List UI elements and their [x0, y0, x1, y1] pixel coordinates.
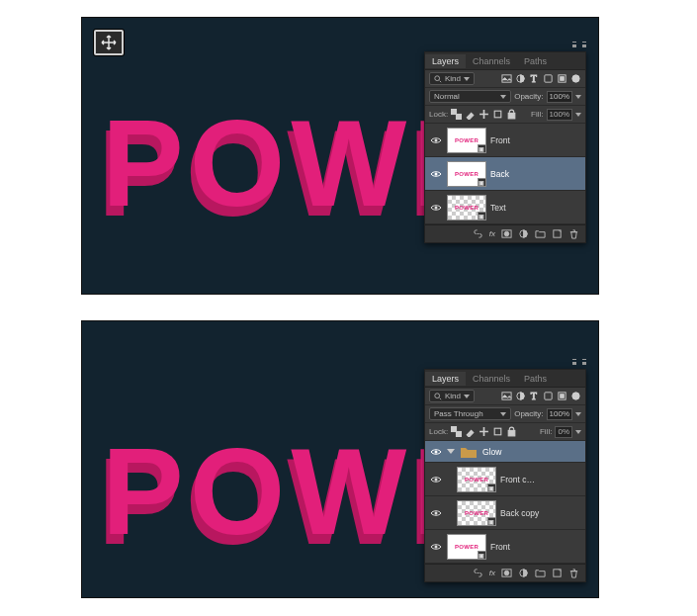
panel-flyout-buttons — [572, 42, 586, 47]
mask-icon[interactable] — [501, 568, 512, 578]
svg-rect-27 — [451, 426, 457, 432]
chevron-down-icon[interactable] — [575, 113, 581, 117]
link-layers-icon[interactable] — [473, 228, 483, 239]
layer-name[interactable]: Back — [490, 169, 581, 179]
tab-channels[interactable]: Channels — [466, 372, 517, 386]
lock-position-icon[interactable] — [479, 426, 489, 437]
svg-text:T: T — [531, 391, 537, 401]
layer-row[interactable]: POWER▣ Front c… — [425, 463, 585, 496]
smart-object-badge-icon: ▣ — [478, 144, 486, 153]
mask-icon[interactable] — [501, 228, 512, 239]
layer-row[interactable]: POWER▣ Back — [425, 157, 585, 191]
lock-row: Lock: Fill: 0% — [425, 423, 585, 441]
trash-icon[interactable] — [568, 228, 579, 239]
panel-menu-icon[interactable] — [582, 42, 586, 47]
layer-name[interactable]: Front — [490, 135, 581, 145]
collapse-panel-icon[interactable] — [572, 42, 576, 47]
filter-type-icon[interactable]: T — [529, 391, 540, 401]
lock-all-icon[interactable] — [506, 109, 517, 120]
filter-adjust-icon[interactable] — [515, 391, 526, 401]
tab-paths[interactable]: Paths — [517, 54, 554, 68]
filter-kind-dropdown[interactable]: Kind — [429, 390, 475, 402]
layer-row[interactable]: POWER▣ Front — [425, 124, 585, 157]
fx-icon[interactable]: fx — [489, 229, 495, 238]
chevron-down-icon[interactable] — [575, 430, 581, 434]
svg-rect-25 — [561, 395, 565, 398]
layer-name[interactable]: Back copy — [500, 508, 581, 518]
lock-paint-icon[interactable] — [465, 109, 476, 120]
smart-object-badge-icon: ▣ — [478, 212, 486, 220]
layer-thumbnail: POWER▣ — [447, 195, 486, 220]
filter-adjust-icon[interactable] — [515, 73, 526, 84]
fill-input[interactable]: 100% — [547, 109, 572, 121]
blend-mode-dropdown[interactable]: Normal — [429, 90, 511, 103]
smart-object-badge-icon: ▣ — [478, 551, 486, 560]
filter-toggle-icon[interactable] — [570, 391, 581, 401]
chevron-down-icon[interactable] — [575, 412, 581, 416]
adjustment-icon[interactable] — [518, 568, 529, 578]
visibility-eye-icon[interactable] — [429, 133, 443, 147]
lock-artboard-icon[interactable] — [492, 109, 503, 120]
new-layer-icon[interactable] — [552, 228, 563, 239]
group-icon[interactable] — [535, 228, 546, 239]
visibility-eye-icon[interactable] — [429, 473, 443, 486]
new-layer-icon[interactable] — [552, 568, 563, 578]
svg-rect-8 — [451, 109, 457, 115]
filter-smart-icon[interactable] — [557, 391, 567, 401]
layers-panel: Layers Channels Paths Kind T Pass Throug… — [424, 369, 586, 582]
svg-rect-4 — [545, 75, 552, 82]
layer-row[interactable]: POWER▣ Front — [425, 530, 585, 564]
fx-icon[interactable]: fx — [489, 569, 495, 577]
layer-name[interactable]: Front c… — [500, 475, 581, 484]
opacity-input[interactable]: 100% — [547, 91, 572, 103]
chevron-down-icon — [464, 77, 470, 81]
tab-layers[interactable]: Layers — [425, 54, 466, 68]
tab-paths[interactable]: Paths — [517, 372, 554, 386]
fill-input[interactable]: 0% — [555, 426, 572, 438]
filter-smart-icon[interactable] — [557, 73, 567, 84]
lock-paint-icon[interactable] — [465, 426, 476, 437]
blend-mode-dropdown[interactable]: Pass Through — [429, 407, 511, 420]
collapse-panel-icon[interactable] — [572, 359, 576, 365]
trash-icon[interactable] — [568, 568, 579, 578]
filter-shape-icon[interactable] — [543, 73, 554, 84]
adjustment-icon[interactable] — [518, 228, 529, 239]
filter-kind-label: Kind — [445, 74, 461, 83]
filter-kind-dropdown[interactable]: Kind — [429, 72, 475, 85]
filter-image-icon[interactable] — [501, 73, 512, 84]
svg-point-26 — [572, 393, 579, 399]
blend-row: Normal Opacity: 100% — [425, 88, 585, 106]
expand-caret-icon[interactable] — [447, 449, 455, 454]
opacity-input[interactable]: 100% — [547, 408, 572, 420]
layer-name[interactable]: Front — [490, 542, 581, 552]
layer-name[interactable]: Glow — [482, 447, 581, 457]
layer-row[interactable]: POWER▣ Back copy — [425, 496, 585, 530]
lock-all-icon[interactable] — [506, 426, 517, 437]
tab-channels[interactable]: Channels — [466, 54, 517, 68]
group-icon[interactable] — [535, 568, 546, 578]
lock-artboard-icon[interactable] — [492, 426, 503, 437]
visibility-eye-icon[interactable] — [429, 167, 443, 181]
lock-transparency-icon[interactable] — [451, 109, 462, 120]
filter-type-icon[interactable]: T — [529, 73, 540, 84]
layer-name[interactable]: Text — [490, 203, 581, 213]
filter-shape-icon[interactable] — [543, 391, 554, 401]
move-tool-button[interactable] — [94, 30, 124, 55]
visibility-eye-icon[interactable] — [429, 201, 443, 215]
filter-image-icon[interactable] — [501, 391, 512, 401]
chevron-down-icon[interactable] — [575, 95, 581, 99]
layer-row[interactable]: POWER▣ Text — [425, 191, 585, 224]
filter-toggle-icon[interactable] — [570, 73, 581, 84]
link-layers-icon[interactable] — [473, 568, 483, 578]
panel-tabs: Layers Channels Paths — [425, 370, 585, 388]
layer-group-row[interactable]: Glow — [425, 441, 585, 463]
panel-menu-icon[interactable] — [582, 359, 586, 365]
lock-position-icon[interactable] — [479, 109, 489, 120]
lock-transparency-icon[interactable] — [451, 426, 462, 437]
folder-icon — [459, 445, 479, 459]
visibility-eye-icon[interactable] — [429, 540, 443, 554]
svg-point-14 — [435, 206, 438, 209]
visibility-eye-icon[interactable] — [429, 445, 443, 459]
visibility-eye-icon[interactable] — [429, 506, 443, 520]
tab-layers[interactable]: Layers — [425, 372, 466, 386]
